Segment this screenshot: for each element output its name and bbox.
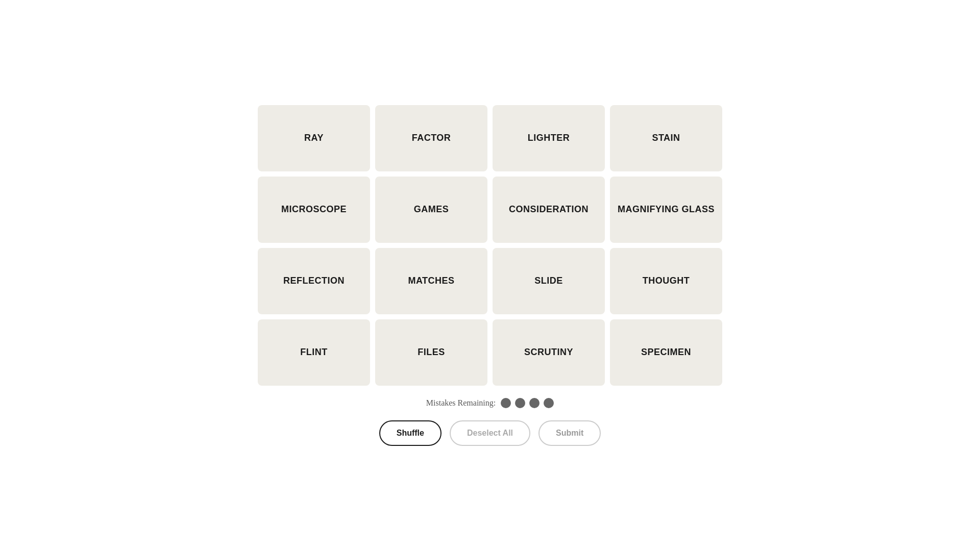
tile-flint[interactable]: FLINT	[258, 319, 370, 386]
tile-slide[interactable]: SLIDE	[493, 248, 605, 314]
tile-ray[interactable]: RAY	[258, 105, 370, 171]
tile-magnifying-glass[interactable]: MAGNIFYING GLASS	[610, 177, 722, 243]
word-grid: RAYFACTORLIGHTERSTAINMICROSCOPEGAMESCONS…	[258, 105, 722, 386]
tile-label-factor: FACTOR	[408, 129, 455, 148]
tile-label-games: GAMES	[410, 200, 453, 219]
mistakes-label: Mistakes Remaining:	[426, 398, 496, 408]
tile-label-thought: THOUGHT	[639, 271, 694, 291]
mistake-dot-3	[529, 398, 540, 408]
tile-label-microscope: MICROSCOPE	[277, 200, 351, 219]
tile-label-flint: FLINT	[296, 343, 332, 362]
tile-label-matches: MATCHES	[404, 271, 458, 291]
tile-games[interactable]: GAMES	[375, 177, 487, 243]
mistake-dot-2	[515, 398, 525, 408]
tile-specimen[interactable]: SPECIMEN	[610, 319, 722, 386]
shuffle-button[interactable]: Shuffle	[379, 420, 442, 446]
tile-factor[interactable]: FACTOR	[375, 105, 487, 171]
tile-reflection[interactable]: REFLECTION	[258, 248, 370, 314]
tile-label-reflection: REFLECTION	[279, 271, 349, 291]
tile-label-files: FILES	[413, 343, 449, 362]
tile-microscope[interactable]: MICROSCOPE	[258, 177, 370, 243]
buttons-row: Shuffle Deselect All Submit	[379, 420, 601, 446]
tile-label-ray: RAY	[300, 129, 328, 148]
tile-label-magnifying-glass: MAGNIFYING GLASS	[614, 200, 719, 219]
tile-label-scrutiny: SCRUTINY	[520, 343, 577, 362]
tile-stain[interactable]: STAIN	[610, 105, 722, 171]
tile-matches[interactable]: MATCHES	[375, 248, 487, 314]
deselect-button[interactable]: Deselect All	[450, 420, 530, 446]
tile-files[interactable]: FILES	[375, 319, 487, 386]
tile-consideration[interactable]: CONSIDERATION	[493, 177, 605, 243]
mistake-dot-4	[544, 398, 554, 408]
tile-label-lighter: LIGHTER	[524, 129, 574, 148]
game-container: RAYFACTORLIGHTERSTAINMICROSCOPEGAMESCONS…	[258, 105, 722, 446]
tile-lighter[interactable]: LIGHTER	[493, 105, 605, 171]
submit-button[interactable]: Submit	[538, 420, 601, 446]
tile-label-stain: STAIN	[648, 129, 684, 148]
tile-label-specimen: SPECIMEN	[637, 343, 695, 362]
tile-scrutiny[interactable]: SCRUTINY	[493, 319, 605, 386]
tile-label-consideration: CONSIDERATION	[505, 200, 593, 219]
tile-thought[interactable]: THOUGHT	[610, 248, 722, 314]
tile-label-slide: SLIDE	[530, 271, 567, 291]
mistakes-row: Mistakes Remaining:	[426, 398, 554, 408]
mistakes-dots	[501, 398, 554, 408]
mistake-dot-1	[501, 398, 511, 408]
